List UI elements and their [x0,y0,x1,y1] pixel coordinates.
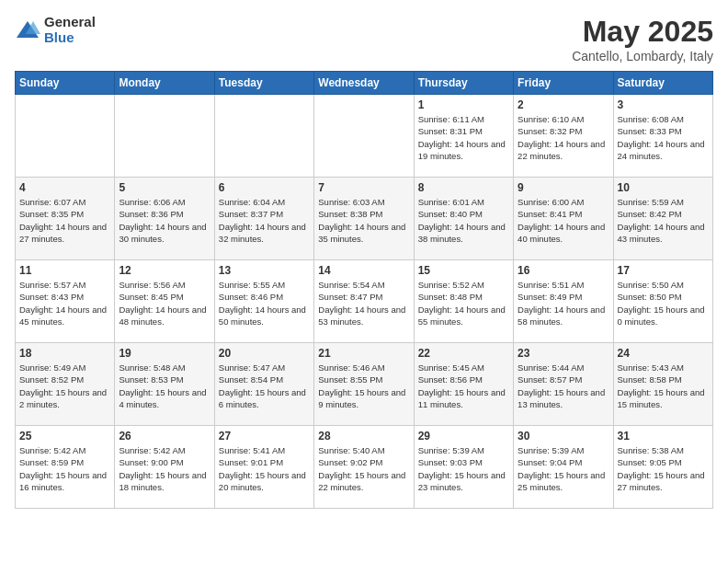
day-number: 22 [418,347,509,360]
day-number: 29 [418,430,509,442]
day-cell: 12Sunrise: 5:56 AM Sunset: 8:45 PM Dayli… [115,260,214,343]
header-day-sunday: Sunday [16,72,115,95]
day-number: 31 [618,430,709,442]
day-info: Sunrise: 6:11 AM Sunset: 8:31 PM Dayligh… [418,113,509,162]
day-number: 2 [518,98,609,111]
day-number: 10 [618,181,709,194]
day-cell: 30Sunrise: 5:39 AM Sunset: 9:04 PM Dayli… [514,426,613,509]
day-info: Sunrise: 5:56 AM Sunset: 8:45 PM Dayligh… [119,279,210,327]
day-cell: 31Sunrise: 5:38 AM Sunset: 9:05 PM Dayli… [613,426,712,509]
header-day-tuesday: Tuesday [214,72,313,95]
day-cell: 15Sunrise: 5:52 AM Sunset: 8:48 PM Dayli… [414,260,513,343]
day-number: 14 [318,264,409,277]
day-number: 20 [219,347,310,360]
day-number: 25 [19,430,110,442]
day-cell [314,95,414,178]
day-number: 26 [119,430,210,442]
day-info: Sunrise: 5:55 AM Sunset: 8:46 PM Dayligh… [219,279,310,327]
day-info: Sunrise: 6:03 AM Sunset: 8:38 PM Dayligh… [318,196,409,245]
day-info: Sunrise: 6:06 AM Sunset: 8:36 PM Dayligh… [119,196,210,245]
day-number: 13 [219,264,310,277]
day-info: Sunrise: 6:08 AM Sunset: 8:33 PM Dayligh… [618,113,709,162]
day-cell: 4Sunrise: 6:07 AM Sunset: 8:35 PM Daylig… [16,178,115,260]
day-number: 5 [119,181,210,194]
day-cell: 3Sunrise: 6:08 AM Sunset: 8:33 PM Daylig… [613,95,712,178]
day-info: Sunrise: 6:04 AM Sunset: 8:37 PM Dayligh… [219,196,310,245]
day-info: Sunrise: 5:38 AM Sunset: 9:05 PM Dayligh… [618,444,709,493]
day-cell: 22Sunrise: 5:45 AM Sunset: 8:56 PM Dayli… [414,343,513,426]
day-cell: 1Sunrise: 6:11 AM Sunset: 8:31 PM Daylig… [414,95,513,178]
day-number: 15 [418,264,509,277]
day-number: 24 [618,347,709,360]
day-number: 21 [318,347,409,360]
day-info: Sunrise: 5:42 AM Sunset: 8:59 PM Dayligh… [19,444,110,493]
day-cell [214,95,313,178]
day-info: Sunrise: 5:54 AM Sunset: 8:47 PM Dayligh… [318,279,409,327]
day-number: 27 [219,430,310,442]
day-info: Sunrise: 5:40 AM Sunset: 9:02 PM Dayligh… [318,444,409,493]
logo-blue: Blue [44,30,96,46]
day-number: 9 [518,181,609,194]
day-cell: 2Sunrise: 6:10 AM Sunset: 8:32 PM Daylig… [514,95,613,178]
page-header: General Blue May 2025 Cantello, Lombardy… [15,15,713,63]
day-cell: 23Sunrise: 5:44 AM Sunset: 8:57 PM Dayli… [514,343,613,426]
day-cell: 6Sunrise: 6:04 AM Sunset: 8:37 PM Daylig… [214,178,313,260]
week-row-4: 18Sunrise: 5:49 AM Sunset: 8:52 PM Dayli… [16,343,713,426]
day-info: Sunrise: 6:01 AM Sunset: 8:40 PM Dayligh… [418,196,509,245]
day-number: 12 [119,264,210,277]
week-row-5: 25Sunrise: 5:42 AM Sunset: 8:59 PM Dayli… [16,426,713,509]
day-number: 18 [19,347,110,360]
month-title: May 2025 [572,15,713,49]
day-cell: 20Sunrise: 5:47 AM Sunset: 8:54 PM Dayli… [214,343,313,426]
day-number: 6 [219,181,310,194]
day-info: Sunrise: 5:49 AM Sunset: 8:52 PM Dayligh… [19,362,110,410]
day-cell: 28Sunrise: 5:40 AM Sunset: 9:02 PM Dayli… [314,426,414,509]
day-number: 23 [518,347,609,360]
header-day-thursday: Thursday [414,72,513,95]
day-info: Sunrise: 5:45 AM Sunset: 8:56 PM Dayligh… [418,362,509,410]
day-cell: 29Sunrise: 5:39 AM Sunset: 9:03 PM Dayli… [414,426,513,509]
calendar-body: 1Sunrise: 6:11 AM Sunset: 8:31 PM Daylig… [16,95,713,509]
day-info: Sunrise: 6:10 AM Sunset: 8:32 PM Dayligh… [518,113,609,162]
day-cell: 27Sunrise: 5:41 AM Sunset: 9:01 PM Dayli… [214,426,313,509]
day-number: 16 [518,264,609,277]
day-number: 11 [19,264,110,277]
day-info: Sunrise: 5:48 AM Sunset: 8:53 PM Dayligh… [119,362,210,410]
day-info: Sunrise: 5:59 AM Sunset: 8:42 PM Dayligh… [618,196,709,245]
day-info: Sunrise: 5:57 AM Sunset: 8:43 PM Dayligh… [19,279,110,327]
day-cell: 18Sunrise: 5:49 AM Sunset: 8:52 PM Dayli… [16,343,115,426]
day-number: 28 [318,430,409,442]
day-cell: 21Sunrise: 5:46 AM Sunset: 8:55 PM Dayli… [314,343,414,426]
logo-icon [15,17,40,43]
header-day-saturday: Saturday [613,72,712,95]
header-day-monday: Monday [115,72,214,95]
day-cell [16,95,115,178]
day-info: Sunrise: 6:07 AM Sunset: 8:35 PM Dayligh… [19,196,110,245]
day-cell: 13Sunrise: 5:55 AM Sunset: 8:46 PM Dayli… [214,260,313,343]
day-cell: 5Sunrise: 6:06 AM Sunset: 8:36 PM Daylig… [115,178,214,260]
day-cell: 16Sunrise: 5:51 AM Sunset: 8:49 PM Dayli… [514,260,613,343]
header-day-friday: Friday [514,72,613,95]
day-number: 1 [418,98,509,111]
logo-general: General [44,15,96,30]
day-cell: 17Sunrise: 5:50 AM Sunset: 8:50 PM Dayli… [613,260,712,343]
day-number: 19 [119,347,210,360]
logo-text: General Blue [44,15,96,45]
day-info: Sunrise: 5:52 AM Sunset: 8:48 PM Dayligh… [418,279,509,327]
day-info: Sunrise: 5:39 AM Sunset: 9:04 PM Dayligh… [518,444,609,493]
header-day-wednesday: Wednesday [314,72,414,95]
location: Cantello, Lombardy, Italy [572,49,713,63]
day-info: Sunrise: 5:44 AM Sunset: 8:57 PM Dayligh… [518,362,609,410]
day-cell: 8Sunrise: 6:01 AM Sunset: 8:40 PM Daylig… [414,178,513,260]
day-cell: 11Sunrise: 5:57 AM Sunset: 8:43 PM Dayli… [16,260,115,343]
day-info: Sunrise: 5:41 AM Sunset: 9:01 PM Dayligh… [219,444,310,493]
logo: General Blue [15,15,96,45]
week-row-1: 1Sunrise: 6:11 AM Sunset: 8:31 PM Daylig… [16,95,713,178]
day-cell: 9Sunrise: 6:00 AM Sunset: 8:41 PM Daylig… [514,178,613,260]
week-row-2: 4Sunrise: 6:07 AM Sunset: 8:35 PM Daylig… [16,178,713,260]
day-cell: 24Sunrise: 5:43 AM Sunset: 8:58 PM Dayli… [613,343,712,426]
day-cell [115,95,214,178]
day-info: Sunrise: 6:00 AM Sunset: 8:41 PM Dayligh… [518,196,609,245]
title-block: May 2025 Cantello, Lombardy, Italy [572,15,713,63]
day-info: Sunrise: 5:42 AM Sunset: 9:00 PM Dayligh… [119,444,210,493]
